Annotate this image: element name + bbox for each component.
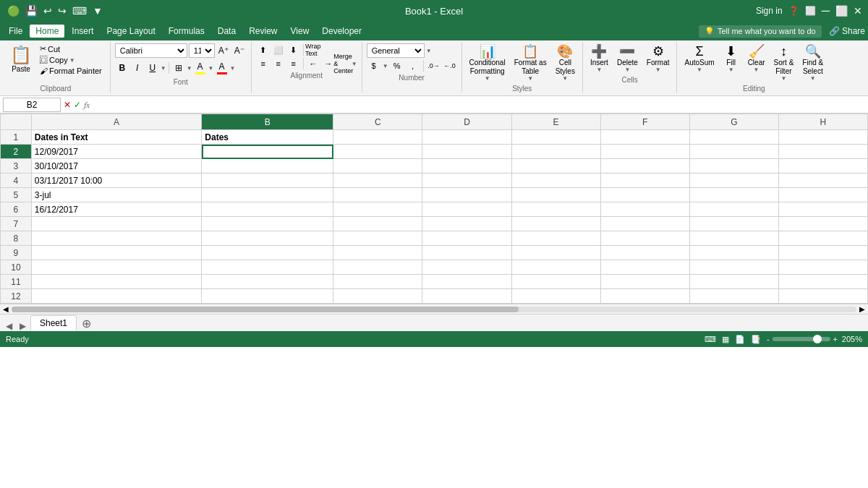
sign-in-btn[interactable]: Sign in: [756, 6, 783, 16]
col-header-E[interactable]: E: [511, 114, 600, 130]
menu-home[interactable]: Home: [30, 25, 64, 38]
sheet-tab-sheet1[interactable]: Sheet1: [30, 315, 77, 331]
quick-access-icon[interactable]: ⌨: [71, 4, 88, 18]
cell-D8[interactable]: [422, 231, 511, 246]
help-icon[interactable]: ❓: [788, 6, 799, 16]
font-color-btn[interactable]: A: [215, 61, 229, 75]
cell-B11[interactable]: [202, 275, 333, 289]
cell-A12[interactable]: [31, 289, 202, 304]
name-box[interactable]: [3, 98, 61, 112]
cell-H6[interactable]: [778, 202, 867, 217]
undo-icon[interactable]: ↩: [42, 4, 54, 18]
wrap-text-btn[interactable]: WrapText: [306, 43, 320, 56]
cell-G6[interactable]: [689, 202, 778, 217]
cell-F3[interactable]: [600, 159, 689, 174]
cell-E12[interactable]: [511, 289, 600, 304]
insert-function-icon[interactable]: 𝑓𝑥: [84, 100, 90, 110]
sheet-scroll-right[interactable]: ▶: [17, 321, 29, 331]
row-number[interactable]: 5: [1, 188, 32, 202]
cell-E10[interactable]: [511, 260, 600, 275]
redo-icon[interactable]: ↪: [56, 4, 68, 18]
cell-H9[interactable]: [778, 246, 867, 260]
cell-H4[interactable]: [778, 174, 867, 188]
cell-E6[interactable]: [511, 202, 600, 217]
italic-btn[interactable]: I: [130, 61, 145, 75]
cell-H11[interactable]: [778, 275, 867, 289]
cell-G10[interactable]: [689, 260, 778, 275]
cell-D9[interactable]: [422, 246, 511, 260]
cell-B1[interactable]: Dates: [202, 130, 333, 145]
cell-B8[interactable]: [202, 231, 333, 246]
cell-styles-btn[interactable]: 🎨 Cell Styles ▼: [553, 43, 578, 83]
zoom-thumb[interactable]: [813, 335, 822, 343]
cell-H1[interactable]: [778, 130, 867, 145]
font-size-select[interactable]: 11: [189, 43, 215, 58]
cell-A9[interactable]: [31, 246, 202, 260]
ribbon-display-icon[interactable]: ⬜: [805, 6, 816, 16]
cell-A8[interactable]: [31, 231, 202, 246]
menu-data[interactable]: Data: [212, 25, 242, 38]
add-sheet-btn[interactable]: ⊕: [78, 315, 94, 331]
col-header-D[interactable]: D: [422, 114, 511, 130]
top-align-btn[interactable]: ⬆: [256, 43, 271, 56]
cell-H2[interactable]: [778, 145, 867, 159]
minimize-btn[interactable]: ─: [822, 4, 830, 17]
decrease-font-size-btn[interactable]: A⁻: [232, 43, 247, 58]
cell-A4[interactable]: 03/11/2017 10:00: [31, 174, 202, 188]
format-painter-button[interactable]: 🖌 Format Painter: [38, 66, 104, 76]
scroll-left-btn[interactable]: ◀: [0, 305, 12, 313]
share-btn[interactable]: 🔗 Share: [829, 26, 865, 36]
col-header-F[interactable]: F: [600, 114, 689, 130]
cell-A3[interactable]: 30/10/2017: [31, 159, 202, 174]
indent-decrease-btn[interactable]: ←: [306, 57, 320, 70]
cell-H7[interactable]: [778, 217, 867, 231]
col-header-A[interactable]: A: [31, 114, 202, 130]
cell-F8[interactable]: [600, 231, 689, 246]
number-format-select[interactable]: General: [367, 43, 425, 58]
cell-H12[interactable]: [778, 289, 867, 304]
menu-view[interactable]: View: [285, 25, 315, 38]
autosum-btn[interactable]: Σ AutoSum ▼: [681, 43, 717, 74]
cell-A2[interactable]: 12/09/2017: [31, 145, 202, 159]
cell-A5[interactable]: 3-jul: [31, 188, 202, 202]
scroll-right-btn[interactable]: ▶: [856, 305, 868, 313]
font-family-select[interactable]: Calibri: [115, 43, 187, 58]
col-header-G[interactable]: G: [689, 114, 778, 130]
menu-formulas[interactable]: Formulas: [163, 25, 210, 38]
cell-B9[interactable]: [202, 246, 333, 260]
cell-C8[interactable]: [333, 231, 422, 246]
confirm-formula-icon[interactable]: ✓: [74, 100, 81, 110]
cell-B4[interactable]: [202, 174, 333, 188]
menu-file[interactable]: File: [3, 25, 28, 38]
cell-C1[interactable]: [333, 130, 422, 145]
cell-C12[interactable]: [333, 289, 422, 304]
cell-D12[interactable]: [422, 289, 511, 304]
close-btn[interactable]: ✕: [854, 5, 862, 17]
cell-D1[interactable]: [422, 130, 511, 145]
clear-btn[interactable]: 🧹 Clear ▼: [745, 43, 768, 74]
menu-developer[interactable]: Developer: [316, 25, 367, 38]
cell-G12[interactable]: [689, 289, 778, 304]
row-number[interactable]: 2: [1, 145, 32, 159]
row-number[interactable]: 10: [1, 260, 32, 275]
sheet-scroll-left[interactable]: ◀: [3, 321, 15, 331]
row-number[interactable]: 9: [1, 246, 32, 260]
fill-btn[interactable]: ⬇ Fill ▼: [720, 43, 742, 74]
cell-C9[interactable]: [333, 246, 422, 260]
center-align-btn[interactable]: ≡: [271, 57, 286, 70]
cell-E4[interactable]: [511, 174, 600, 188]
sort-filter-btn[interactable]: ↕ Sort & Filter ▼: [771, 43, 797, 83]
cell-D4[interactable]: [422, 174, 511, 188]
cell-E3[interactable]: [511, 159, 600, 174]
cell-D2[interactable]: [422, 145, 511, 159]
cell-F6[interactable]: [600, 202, 689, 217]
cell-A11[interactable]: [31, 275, 202, 289]
cell-E11[interactable]: [511, 275, 600, 289]
underline-btn[interactable]: U: [145, 61, 160, 75]
cell-B5[interactable]: [202, 188, 333, 202]
cell-E8[interactable]: [511, 231, 600, 246]
cell-E5[interactable]: [511, 188, 600, 202]
menu-review[interactable]: Review: [243, 25, 283, 38]
cell-C3[interactable]: [333, 159, 422, 174]
cell-C6[interactable]: [333, 202, 422, 217]
